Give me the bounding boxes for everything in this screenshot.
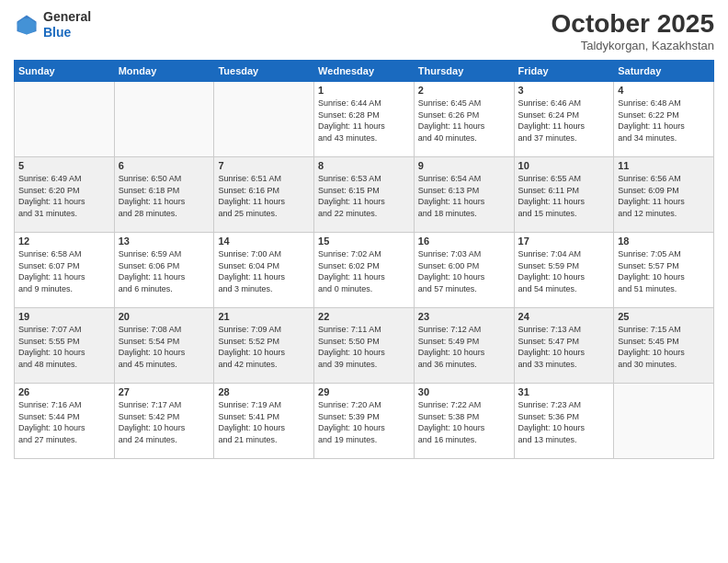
table-row: 25Sunrise: 7:15 AM Sunset: 5:45 PM Dayli…: [614, 308, 714, 384]
day-info: Sunrise: 6:58 AM Sunset: 6:07 PM Dayligh…: [18, 248, 110, 294]
day-info: Sunrise: 7:05 AM Sunset: 5:57 PM Dayligh…: [618, 248, 710, 294]
table-row: 8Sunrise: 6:53 AM Sunset: 6:15 PM Daylig…: [314, 157, 415, 233]
calendar-week-row: 12Sunrise: 6:58 AM Sunset: 6:07 PM Dayli…: [15, 233, 714, 308]
table-row: 14Sunrise: 7:00 AM Sunset: 6:04 PM Dayli…: [214, 233, 314, 308]
table-row: 9Sunrise: 6:54 AM Sunset: 6:13 PM Daylig…: [414, 157, 514, 233]
day-number: 10: [518, 160, 610, 171]
day-info: Sunrise: 7:16 AM Sunset: 5:44 PM Dayligh…: [18, 399, 110, 445]
table-row: 22Sunrise: 7:11 AM Sunset: 5:50 PM Dayli…: [314, 308, 415, 384]
day-number: 15: [318, 236, 410, 247]
table-row: [614, 384, 714, 459]
day-number: 11: [618, 160, 710, 171]
day-number: 2: [418, 85, 510, 96]
day-number: 19: [18, 311, 110, 322]
day-number: 30: [418, 386, 510, 397]
header-monday: Monday: [114, 61, 214, 82]
calendar-week-row: 19Sunrise: 7:07 AM Sunset: 5:55 PM Dayli…: [15, 308, 714, 384]
calendar-week-row: 1Sunrise: 6:44 AM Sunset: 6:28 PM Daylig…: [15, 82, 714, 157]
calendar-week-row: 26Sunrise: 7:16 AM Sunset: 5:44 PM Dayli…: [15, 384, 714, 459]
table-row: 13Sunrise: 6:59 AM Sunset: 6:06 PM Dayli…: [114, 233, 214, 308]
day-info: Sunrise: 6:56 AM Sunset: 6:09 PM Dayligh…: [618, 173, 710, 219]
day-info: Sunrise: 6:59 AM Sunset: 6:06 PM Dayligh…: [119, 248, 210, 294]
day-number: 8: [318, 160, 410, 171]
day-number: 26: [18, 386, 110, 397]
calendar-header-row: Sunday Monday Tuesday Wednesday Thursday…: [15, 61, 714, 82]
day-number: 27: [119, 386, 210, 397]
logo: General Blue: [14, 9, 91, 40]
header-friday: Friday: [514, 61, 614, 82]
table-row: [214, 82, 314, 157]
table-row: 20Sunrise: 7:08 AM Sunset: 5:54 PM Dayli…: [114, 308, 214, 384]
table-row: 27Sunrise: 7:17 AM Sunset: 5:42 PM Dayli…: [114, 384, 214, 459]
day-number: 12: [18, 236, 110, 247]
table-row: 29Sunrise: 7:20 AM Sunset: 5:39 PM Dayli…: [314, 384, 415, 459]
logo-blue-text: Blue: [43, 25, 91, 40]
day-info: Sunrise: 6:45 AM Sunset: 6:26 PM Dayligh…: [418, 98, 510, 144]
day-info: Sunrise: 6:55 AM Sunset: 6:11 PM Dayligh…: [518, 173, 610, 219]
table-row: 28Sunrise: 7:19 AM Sunset: 5:41 PM Dayli…: [214, 384, 314, 459]
day-info: Sunrise: 7:08 AM Sunset: 5:54 PM Dayligh…: [119, 324, 210, 370]
header-wednesday: Wednesday: [314, 61, 415, 82]
day-info: Sunrise: 6:46 AM Sunset: 6:24 PM Dayligh…: [518, 98, 610, 144]
day-number: 3: [518, 85, 610, 96]
table-row: 30Sunrise: 7:22 AM Sunset: 5:38 PM Dayli…: [414, 384, 514, 459]
day-number: 31: [518, 386, 610, 397]
day-info: Sunrise: 7:13 AM Sunset: 5:47 PM Dayligh…: [518, 324, 610, 370]
table-row: 24Sunrise: 7:13 AM Sunset: 5:47 PM Dayli…: [514, 308, 614, 384]
day-info: Sunrise: 7:17 AM Sunset: 5:42 PM Dayligh…: [119, 399, 210, 445]
day-number: 4: [618, 85, 710, 96]
day-info: Sunrise: 7:04 AM Sunset: 5:59 PM Dayligh…: [518, 248, 610, 294]
day-info: Sunrise: 6:49 AM Sunset: 6:20 PM Dayligh…: [18, 173, 110, 219]
day-number: 18: [618, 236, 710, 247]
header-saturday: Saturday: [614, 61, 714, 82]
logo-general-text: General: [43, 9, 91, 25]
day-info: Sunrise: 7:00 AM Sunset: 6:04 PM Dayligh…: [218, 248, 310, 294]
day-info: Sunrise: 7:09 AM Sunset: 5:52 PM Dayligh…: [218, 324, 310, 370]
table-row: 5Sunrise: 6:49 AM Sunset: 6:20 PM Daylig…: [15, 157, 115, 233]
day-number: 16: [418, 236, 510, 247]
table-row: 16Sunrise: 7:03 AM Sunset: 6:00 PM Dayli…: [414, 233, 514, 308]
day-number: 1: [318, 85, 410, 96]
header-sunday: Sunday: [15, 61, 115, 82]
table-row: 17Sunrise: 7:04 AM Sunset: 5:59 PM Dayli…: [514, 233, 614, 308]
day-number: 20: [119, 311, 210, 322]
month-title: October 2025: [552, 9, 714, 39]
day-info: Sunrise: 6:50 AM Sunset: 6:18 PM Dayligh…: [119, 173, 210, 219]
day-number: 7: [218, 160, 310, 171]
day-number: 14: [218, 236, 310, 247]
logo-icon: [14, 12, 40, 38]
day-number: 9: [418, 160, 510, 171]
table-row: 1Sunrise: 6:44 AM Sunset: 6:28 PM Daylig…: [314, 82, 415, 157]
day-info: Sunrise: 7:11 AM Sunset: 5:50 PM Dayligh…: [318, 324, 410, 370]
title-block: October 2025 Taldykorgan, Kazakhstan: [552, 9, 714, 52]
day-info: Sunrise: 7:22 AM Sunset: 5:38 PM Dayligh…: [418, 399, 510, 445]
table-row: 10Sunrise: 6:55 AM Sunset: 6:11 PM Dayli…: [514, 157, 614, 233]
day-number: 17: [518, 236, 610, 247]
table-row: 31Sunrise: 7:23 AM Sunset: 5:36 PM Dayli…: [514, 384, 614, 459]
day-info: Sunrise: 7:03 AM Sunset: 6:00 PM Dayligh…: [418, 248, 510, 294]
day-number: 28: [218, 386, 310, 397]
page: General Blue October 2025 Taldykorgan, K…: [0, 0, 728, 563]
table-row: 19Sunrise: 7:07 AM Sunset: 5:55 PM Dayli…: [15, 308, 115, 384]
table-row: 23Sunrise: 7:12 AM Sunset: 5:49 PM Dayli…: [414, 308, 514, 384]
table-row: 26Sunrise: 7:16 AM Sunset: 5:44 PM Dayli…: [15, 384, 115, 459]
header-thursday: Thursday: [414, 61, 514, 82]
day-number: 25: [618, 311, 710, 322]
day-number: 5: [18, 160, 110, 171]
table-row: 12Sunrise: 6:58 AM Sunset: 6:07 PM Dayli…: [15, 233, 115, 308]
day-info: Sunrise: 7:20 AM Sunset: 5:39 PM Dayligh…: [318, 399, 410, 445]
table-row: 15Sunrise: 7:02 AM Sunset: 6:02 PM Dayli…: [314, 233, 415, 308]
header-tuesday: Tuesday: [214, 61, 314, 82]
table-row: 11Sunrise: 6:56 AM Sunset: 6:09 PM Dayli…: [614, 157, 714, 233]
table-row: 21Sunrise: 7:09 AM Sunset: 5:52 PM Dayli…: [214, 308, 314, 384]
day-number: 22: [318, 311, 410, 322]
day-info: Sunrise: 7:15 AM Sunset: 5:45 PM Dayligh…: [618, 324, 710, 370]
table-row: 18Sunrise: 7:05 AM Sunset: 5:57 PM Dayli…: [614, 233, 714, 308]
table-row: 2Sunrise: 6:45 AM Sunset: 6:26 PM Daylig…: [414, 82, 514, 157]
table-row: 3Sunrise: 6:46 AM Sunset: 6:24 PM Daylig…: [514, 82, 614, 157]
day-info: Sunrise: 6:48 AM Sunset: 6:22 PM Dayligh…: [618, 98, 710, 144]
day-number: 29: [318, 386, 410, 397]
location-text: Taldykorgan, Kazakhstan: [552, 39, 714, 52]
day-info: Sunrise: 7:12 AM Sunset: 5:49 PM Dayligh…: [418, 324, 510, 370]
table-row: 6Sunrise: 6:50 AM Sunset: 6:18 PM Daylig…: [114, 157, 214, 233]
